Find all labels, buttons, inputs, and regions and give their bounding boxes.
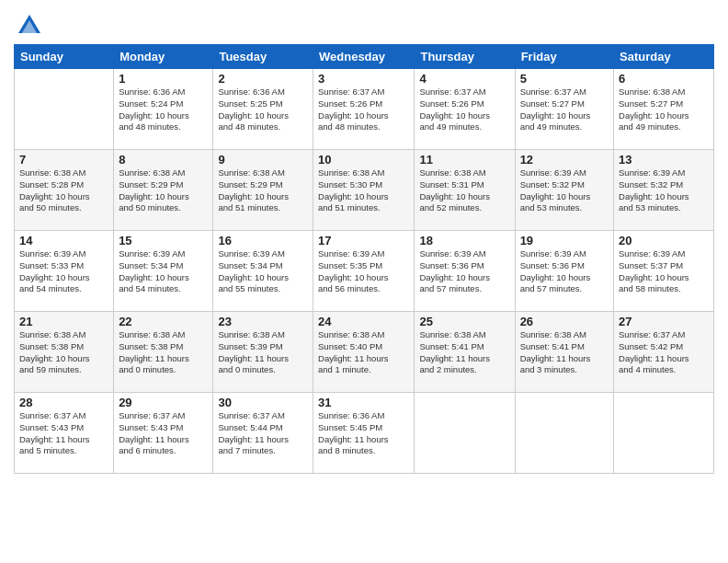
calendar-week-2: 7Sunrise: 6:38 AM Sunset: 5:28 PM Daylig… [15,150,714,231]
day-number: 10 [318,153,409,167]
day-number: 31 [318,396,409,409]
day-info: Sunrise: 6:37 AM Sunset: 5:44 PM Dayligh… [218,410,308,457]
day-info: Sunrise: 6:38 AM Sunset: 5:28 PM Dayligh… [19,167,108,214]
day-info: Sunrise: 6:39 AM Sunset: 5:34 PM Dayligh… [119,248,208,295]
day-info: Sunrise: 6:38 AM Sunset: 5:30 PM Dayligh… [318,167,409,214]
header [14,9,714,39]
calendar-week-3: 14Sunrise: 6:39 AM Sunset: 5:33 PM Dayli… [15,231,714,312]
day-info: Sunrise: 6:39 AM Sunset: 5:32 PM Dayligh… [619,167,709,214]
calendar-cell: 28Sunrise: 6:37 AM Sunset: 5:43 PM Dayli… [15,393,114,474]
calendar-header-sunday: Sunday [15,45,114,69]
day-info: Sunrise: 6:39 AM Sunset: 5:36 PM Dayligh… [520,248,609,295]
calendar-cell: 27Sunrise: 6:37 AM Sunset: 5:42 PM Dayli… [614,312,714,393]
calendar-cell: 20Sunrise: 6:39 AM Sunset: 5:37 PM Dayli… [614,231,714,312]
day-number: 23 [218,315,308,328]
calendar-cell: 31Sunrise: 6:36 AM Sunset: 5:45 PM Dayli… [313,393,415,474]
day-number: 5 [520,72,609,86]
day-number: 6 [619,72,709,86]
day-info: Sunrise: 6:37 AM Sunset: 5:27 PM Dayligh… [520,86,609,133]
page: SundayMondayTuesdayWednesdayThursdayFrid… [0,0,728,563]
calendar-header-saturday: Saturday [614,45,714,69]
calendar-cell: 6Sunrise: 6:38 AM Sunset: 5:27 PM Daylig… [614,69,714,150]
calendar-week-1: 1Sunrise: 6:36 AM Sunset: 5:24 PM Daylig… [15,69,714,150]
calendar-cell: 29Sunrise: 6:37 AM Sunset: 5:43 PM Dayli… [114,393,213,474]
day-number: 20 [619,234,709,247]
day-number: 4 [419,72,509,86]
calendar-cell: 10Sunrise: 6:38 AM Sunset: 5:30 PM Dayli… [313,150,415,231]
day-number: 30 [218,396,308,409]
day-number: 3 [318,72,409,86]
calendar-cell: 5Sunrise: 6:37 AM Sunset: 5:27 PM Daylig… [515,69,613,150]
calendar-cell: 7Sunrise: 6:38 AM Sunset: 5:28 PM Daylig… [15,150,114,231]
day-number: 18 [419,234,509,247]
logo-text [14,13,42,39]
calendar-cell: 12Sunrise: 6:39 AM Sunset: 5:32 PM Dayli… [515,150,613,231]
calendar-header-monday: Monday [114,45,213,69]
day-number: 22 [119,315,208,328]
day-number: 21 [19,315,108,328]
day-info: Sunrise: 6:39 AM Sunset: 5:33 PM Dayligh… [19,248,108,295]
day-info: Sunrise: 6:36 AM Sunset: 5:45 PM Dayligh… [318,410,409,457]
calendar-cell: 18Sunrise: 6:39 AM Sunset: 5:36 PM Dayli… [415,231,515,312]
calendar-cell: 30Sunrise: 6:37 AM Sunset: 5:44 PM Dayli… [213,393,313,474]
calendar-cell: 24Sunrise: 6:38 AM Sunset: 5:40 PM Dayli… [313,312,415,393]
day-info: Sunrise: 6:38 AM Sunset: 5:41 PM Dayligh… [419,329,509,376]
day-info: Sunrise: 6:38 AM Sunset: 5:39 PM Dayligh… [218,329,308,376]
day-info: Sunrise: 6:39 AM Sunset: 5:35 PM Dayligh… [318,248,409,295]
day-info: Sunrise: 6:38 AM Sunset: 5:27 PM Dayligh… [619,86,709,133]
calendar-cell: 2Sunrise: 6:36 AM Sunset: 5:25 PM Daylig… [213,69,313,150]
day-number: 24 [318,315,409,328]
day-info: Sunrise: 6:39 AM Sunset: 5:36 PM Dayligh… [419,248,509,295]
calendar-header-tuesday: Tuesday [213,45,313,69]
calendar-cell: 13Sunrise: 6:39 AM Sunset: 5:32 PM Dayli… [614,150,714,231]
day-info: Sunrise: 6:38 AM Sunset: 5:38 PM Dayligh… [119,329,208,376]
day-info: Sunrise: 6:37 AM Sunset: 5:43 PM Dayligh… [19,410,108,457]
day-number: 28 [19,396,108,409]
day-number: 15 [119,234,208,247]
day-number: 26 [520,315,609,328]
calendar-header-thursday: Thursday [415,45,515,69]
day-info: Sunrise: 6:38 AM Sunset: 5:31 PM Dayligh… [419,167,509,214]
day-number: 19 [520,234,609,247]
day-number: 16 [218,234,308,247]
calendar-cell: 25Sunrise: 6:38 AM Sunset: 5:41 PM Dayli… [415,312,515,393]
day-info: Sunrise: 6:39 AM Sunset: 5:37 PM Dayligh… [619,248,709,295]
day-number: 8 [119,153,208,167]
day-number: 27 [619,315,709,328]
calendar-header-row: SundayMondayTuesdayWednesdayThursdayFrid… [15,45,714,69]
calendar-header-friday: Friday [515,45,613,69]
day-info: Sunrise: 6:36 AM Sunset: 5:25 PM Dayligh… [218,86,308,133]
day-info: Sunrise: 6:37 AM Sunset: 5:42 PM Dayligh… [619,329,709,376]
calendar-cell: 4Sunrise: 6:37 AM Sunset: 5:26 PM Daylig… [415,69,515,150]
day-info: Sunrise: 6:39 AM Sunset: 5:32 PM Dayligh… [520,167,609,214]
calendar-cell: 15Sunrise: 6:39 AM Sunset: 5:34 PM Dayli… [114,231,213,312]
day-number: 1 [119,72,208,86]
day-number: 12 [520,153,609,167]
logo-icon [17,13,42,39]
calendar-table: SundayMondayTuesdayWednesdayThursdayFrid… [14,44,714,474]
calendar-cell: 17Sunrise: 6:39 AM Sunset: 5:35 PM Dayli… [313,231,415,312]
day-info: Sunrise: 6:38 AM Sunset: 5:41 PM Dayligh… [520,329,609,376]
calendar-cell: 22Sunrise: 6:38 AM Sunset: 5:38 PM Dayli… [114,312,213,393]
day-info: Sunrise: 6:39 AM Sunset: 5:34 PM Dayligh… [218,248,308,295]
day-number: 14 [19,234,108,247]
calendar-cell: 19Sunrise: 6:39 AM Sunset: 5:36 PM Dayli… [515,231,613,312]
calendar-cell: 3Sunrise: 6:37 AM Sunset: 5:26 PM Daylig… [313,69,415,150]
day-info: Sunrise: 6:38 AM Sunset: 5:40 PM Dayligh… [318,329,409,376]
calendar-cell [515,393,613,474]
calendar-header-wednesday: Wednesday [313,45,415,69]
day-number: 17 [318,234,409,247]
calendar-cell: 16Sunrise: 6:39 AM Sunset: 5:34 PM Dayli… [213,231,313,312]
logo [14,13,42,39]
calendar-cell [415,393,515,474]
calendar-cell: 8Sunrise: 6:38 AM Sunset: 5:29 PM Daylig… [114,150,213,231]
calendar-cell: 26Sunrise: 6:38 AM Sunset: 5:41 PM Dayli… [515,312,613,393]
day-info: Sunrise: 6:38 AM Sunset: 5:29 PM Dayligh… [218,167,308,214]
day-number: 25 [419,315,509,328]
calendar-cell [15,69,114,150]
day-info: Sunrise: 6:38 AM Sunset: 5:29 PM Dayligh… [119,167,208,214]
calendar-cell [614,393,714,474]
day-info: Sunrise: 6:38 AM Sunset: 5:38 PM Dayligh… [19,329,108,376]
day-info: Sunrise: 6:36 AM Sunset: 5:24 PM Dayligh… [119,86,208,133]
calendar-cell: 14Sunrise: 6:39 AM Sunset: 5:33 PM Dayli… [15,231,114,312]
